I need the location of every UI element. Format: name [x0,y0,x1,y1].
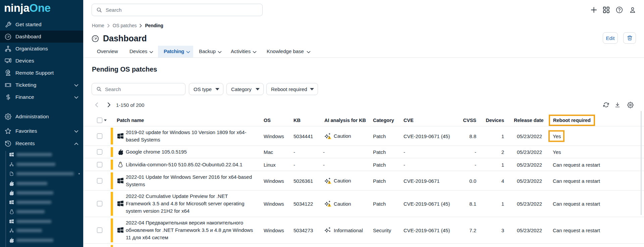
svg-text:ninjaOne: ninjaOne [4,2,51,14]
